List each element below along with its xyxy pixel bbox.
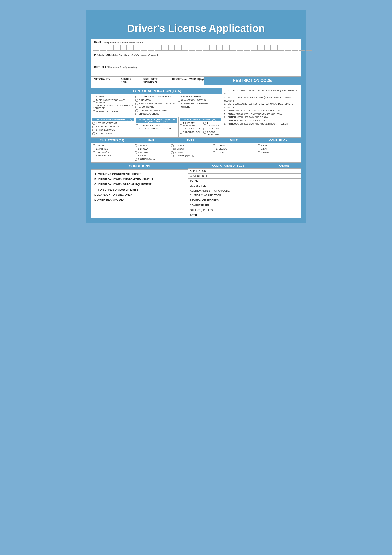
tla-1: 1. STUDENT PERMIT [92, 122, 134, 125]
char-box[interactable] [175, 45, 182, 51]
built-cb-1[interactable] [213, 144, 215, 147]
toa-checkbox-g[interactable] [135, 106, 138, 108]
cs-3: 3.WIDOW/ER [93, 151, 131, 154]
char-box[interactable] [209, 45, 216, 51]
toa-checkbox-change-address[interactable] [135, 113, 138, 115]
dsa-cb-1[interactable] [136, 124, 138, 127]
eyes-content: 1. BLACK 2. BROWN 3. GRAY 4. OTHER (Spec… [170, 143, 211, 159]
char-box[interactable] [285, 45, 291, 51]
built-cb-3[interactable] [213, 151, 215, 154]
char-box[interactable] [182, 45, 188, 51]
complexion-cb-2[interactable] [258, 148, 260, 150]
char-box[interactable] [155, 45, 161, 51]
char-box[interactable] [230, 45, 236, 51]
hair-header: HAIR [133, 138, 170, 143]
tla-cb-1[interactable] [92, 122, 95, 125]
height-label: HEIGHT(cm) [171, 77, 185, 81]
built-header: BUILT [211, 138, 256, 143]
tla-cb-2[interactable] [92, 126, 95, 128]
fee-name-7: COMPUTER FEE [188, 203, 269, 208]
eyes-cb-4[interactable] [171, 155, 174, 157]
char-box[interactable] [113, 45, 120, 51]
eyes-cb-2[interactable] [171, 148, 174, 150]
char-box[interactable] [161, 45, 168, 51]
char-box[interactable] [120, 45, 127, 51]
char-box[interactable] [189, 45, 195, 51]
toa-checkbox-b[interactable] [93, 99, 95, 102]
hair-content: 1. BLACK 2. BROWN 3. BLONDE 4. GRAY 5. O… [133, 143, 170, 162]
eyes-4: 4. OTHER (Specify) [171, 155, 210, 157]
hair-cb-2[interactable] [135, 148, 137, 150]
hair-cb-3[interactable] [135, 151, 137, 154]
fee-row-total1: TOTAL [188, 179, 301, 183]
char-box[interactable] [196, 45, 202, 51]
ea-cb-4[interactable] [203, 122, 206, 125]
tla-cb-4[interactable] [92, 132, 95, 135]
dsa-1: 1. DRIVING SCHOOL [136, 124, 177, 127]
weight-label: WEIGHT(kg) [188, 77, 203, 81]
char-box[interactable] [237, 45, 243, 51]
char-box[interactable] [148, 45, 154, 51]
name-label: NAME (Family Name, First Name, Middle Na… [93, 40, 299, 44]
toa-header: TYPE OF APPLICATION (TOA) [91, 88, 222, 94]
toa-checkbox-nonprof[interactable] [93, 110, 95, 113]
complexion-cb-1[interactable] [258, 144, 260, 147]
toa-item-e: E. RENEWAL [135, 99, 177, 102]
ea-cb-1[interactable] [180, 122, 182, 125]
complexion-2: 2. FAIR [258, 148, 299, 150]
toa-checkbox-a[interactable] [93, 96, 95, 98]
hair-cb-1[interactable] [135, 144, 137, 147]
toa-checkbox-change-address2[interactable] [178, 96, 180, 98]
toa-checkbox-d[interactable] [135, 96, 138, 98]
ea-cb-5[interactable] [203, 128, 206, 130]
toa-checkbox-e[interactable] [135, 99, 138, 102]
cs-cb-2[interactable] [93, 148, 95, 150]
char-box[interactable] [244, 45, 250, 51]
eyes-cb-1[interactable] [171, 144, 174, 147]
fee-amount-total1 [269, 179, 301, 183]
char-box[interactable] [264, 45, 271, 51]
char-box[interactable] [134, 45, 140, 51]
toa-checkbox-h[interactable] [135, 109, 138, 112]
built-cb-2[interactable] [213, 148, 215, 150]
restriction-item-4: 4. AUTOMATIC CLUTCH ONLY UP TO 4500 KGS.… [224, 109, 299, 113]
char-box[interactable] [100, 45, 106, 51]
char-box[interactable] [203, 45, 209, 51]
char-box[interactable] [107, 45, 113, 51]
char-box[interactable] [168, 45, 175, 51]
cs-2: 2.MARRIED [93, 148, 131, 150]
toa-item-change-address: CHANGE ADDRESS [135, 113, 177, 115]
fee-amount-total2 [269, 213, 301, 218]
char-box[interactable] [292, 45, 298, 51]
toa-checkbox-others[interactable] [178, 106, 180, 108]
dsa-cb-2[interactable] [136, 128, 138, 130]
char-box[interactable] [93, 45, 99, 51]
ea-cb-2[interactable] [180, 128, 182, 130]
char-box[interactable] [223, 45, 230, 51]
char-box[interactable] [257, 45, 264, 51]
char-box[interactable] [271, 45, 278, 51]
ea-cb-3[interactable] [180, 131, 182, 134]
toa-checkbox-f[interactable] [135, 103, 138, 105]
char-box[interactable] [278, 45, 284, 51]
cs-cb-3[interactable] [93, 151, 95, 154]
hair-cb-5[interactable] [135, 158, 137, 161]
conditions-left: CONDITIONS A . WEARING CORRECTIVE LENSES… [91, 163, 188, 218]
cs-cb-4[interactable] [93, 155, 95, 157]
toa-checkbox-civil[interactable] [178, 99, 180, 102]
tla-cb-3[interactable] [92, 129, 95, 131]
char-box[interactable] [127, 45, 134, 51]
hair-cb-4[interactable] [135, 155, 137, 157]
toa-checkbox-dob[interactable] [178, 103, 180, 105]
char-box[interactable] [141, 45, 147, 51]
complexion-cb-3[interactable] [258, 151, 260, 154]
char-box[interactable] [251, 45, 257, 51]
char-box[interactable] [306, 45, 312, 51]
char-box[interactable] [216, 45, 223, 51]
fee-row-3: LICENSE FEE [188, 183, 301, 188]
eyes-cb-3[interactable] [171, 151, 174, 154]
ea-cb-6[interactable] [203, 131, 206, 134]
cs-cb-1[interactable] [93, 144, 95, 147]
gender-label: GENDER (F/M) [120, 77, 139, 84]
char-box[interactable] [299, 45, 305, 51]
